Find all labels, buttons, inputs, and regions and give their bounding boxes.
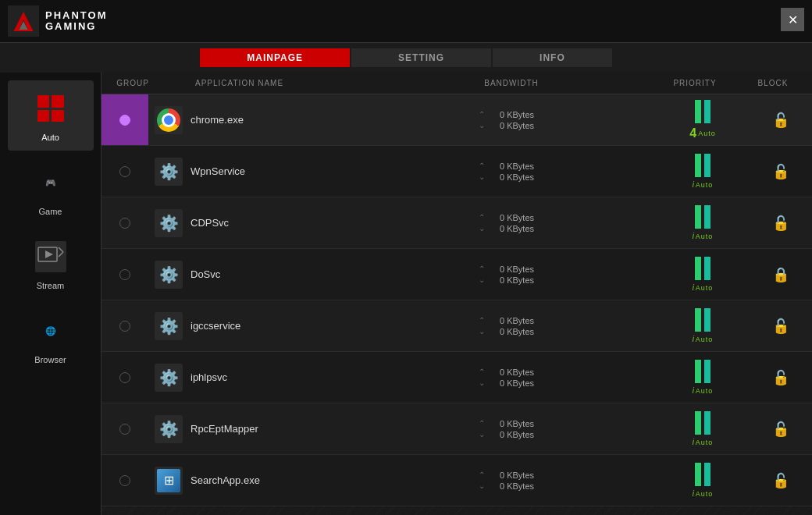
bw-up-value: 0 KBytes bbox=[490, 419, 544, 428]
group-dot bbox=[119, 424, 130, 435]
lock-icon: 🔒 bbox=[772, 266, 789, 283]
priority-i-icon: i bbox=[693, 438, 694, 446]
priority-bar-green bbox=[695, 411, 701, 435]
priority-label-row: i Auto bbox=[693, 335, 714, 343]
bw-down-value: 0 KBytes bbox=[490, 121, 544, 130]
app-name-cell: ⚙️ WpnService bbox=[148, 153, 367, 190]
nav-tabs: MainPage SETTING INFO bbox=[0, 43, 812, 73]
bw-up-row: ⌃ 0 KBytes bbox=[373, 162, 650, 171]
priority-label-row: i Auto bbox=[693, 283, 714, 292]
bw-up-row: ⌃ 0 KBytes bbox=[373, 368, 650, 377]
priority-cell: i Auto bbox=[656, 205, 750, 240]
arrow-up-icon: ⌃ bbox=[479, 265, 485, 273]
priority-bar-teal bbox=[704, 308, 710, 332]
arrow-down-icon: ⌄ bbox=[479, 430, 485, 439]
lock-icon: 🔓 bbox=[772, 472, 789, 489]
block-cell: 🔓 bbox=[750, 421, 812, 438]
sidebar-item-browser[interactable]: 🌐 Browser bbox=[8, 303, 94, 373]
lock-icon: 🔓 bbox=[772, 421, 789, 438]
priority-bars bbox=[695, 463, 710, 486]
app-name-cell: ⊞ SearchApp.exe bbox=[148, 462, 367, 499]
logo-area: PHANTOM GAMING bbox=[8, 5, 107, 37]
bw-up-row: ⌃ 0 KBytes bbox=[373, 265, 650, 274]
tab-info[interactable]: INFO bbox=[493, 48, 612, 67]
auto-icon bbox=[31, 89, 70, 128]
arrow-up-icon: ⌃ bbox=[479, 368, 485, 376]
bw-down-value: 0 KBytes bbox=[490, 275, 544, 285]
tab-setting[interactable]: SETTING bbox=[351, 48, 491, 67]
priority-bar-green bbox=[695, 154, 701, 177]
service-icon: ⚙️ bbox=[157, 211, 180, 235]
gamepad-icon: 🎮 bbox=[45, 178, 56, 188]
priority-label-text: Auto bbox=[696, 336, 714, 343]
priority-label-row: i Auto bbox=[693, 489, 714, 498]
arrow-up-icon: ⌃ bbox=[479, 316, 485, 325]
app-icon-chrome bbox=[155, 106, 183, 134]
bw-down-value: 0 KBytes bbox=[490, 172, 544, 182]
table-row: chrome.exe ⌃ 0 KBytes ⌄ 0 KBytes bbox=[102, 94, 812, 146]
block-cell: 🔒 bbox=[750, 266, 812, 283]
main-layout: Auto 🎮 Game Stream bbox=[0, 73, 812, 515]
priority-i-icon: i bbox=[693, 489, 694, 498]
table-row: ⚙️ igccservice ⌃ 0 KBytes ⌄ 0 KBytes bbox=[102, 300, 812, 352]
close-button[interactable]: ✕ bbox=[781, 8, 804, 31]
priority-bars bbox=[695, 154, 710, 177]
bw-up-value: 0 KBytes bbox=[490, 265, 544, 274]
bandwidth-cell: ⌃ 0 KBytes ⌄ 0 KBytes bbox=[367, 313, 656, 339]
bandwidth-cell: ⌃ 0 KBytes ⌄ 0 KBytes bbox=[367, 107, 656, 133]
sidebar-label-auto: Auto bbox=[41, 133, 59, 142]
priority-label-text: Auto bbox=[696, 181, 714, 189]
priority-bar-teal bbox=[704, 463, 710, 486]
col-group: GROUP bbox=[109, 79, 156, 87]
priority-label-text: Auto bbox=[696, 439, 714, 446]
block-cell: 🔓 bbox=[750, 472, 812, 489]
bw-down-row: ⌄ 0 KBytes bbox=[373, 121, 650, 130]
priority-cell: i Auto bbox=[656, 360, 750, 395]
app-name-cell: ⚙️ DoSvc bbox=[148, 256, 367, 293]
app-name-label: CDPSvc bbox=[191, 217, 229, 229]
logo-text: PHANTOM GAMING bbox=[45, 10, 107, 33]
arrow-up-icon: ⌃ bbox=[479, 471, 485, 479]
svg-rect-4 bbox=[35, 241, 66, 272]
bw-down-row: ⌄ 0 KBytes bbox=[373, 275, 650, 285]
priority-cell: 4 Auto bbox=[656, 100, 750, 140]
priority-bar-teal bbox=[704, 154, 710, 177]
app-icon-service: ⚙️ bbox=[155, 209, 183, 237]
sidebar-label-browser: Browser bbox=[34, 355, 66, 364]
group-dot bbox=[119, 166, 130, 177]
content-area: GROUP APPLICATION NAME BANDWIDTH PRIORIT… bbox=[102, 73, 812, 515]
priority-cell: i Auto bbox=[656, 411, 750, 446]
priority-label-text: Auto bbox=[696, 490, 714, 498]
sidebar-item-game[interactable]: 🎮 Game bbox=[8, 154, 94, 225]
priority-bar-green bbox=[695, 463, 701, 486]
arrow-down-icon: ⌄ bbox=[479, 378, 485, 387]
group-cell bbox=[102, 300, 148, 351]
group-dot bbox=[119, 218, 130, 229]
priority-i-icon: i bbox=[693, 386, 694, 395]
priority-label-row: i Auto bbox=[693, 232, 714, 240]
service-icon: ⚙️ bbox=[157, 366, 180, 389]
priority-label-row: i Auto bbox=[693, 438, 714, 446]
bw-down-row: ⌄ 0 KBytes bbox=[373, 327, 650, 336]
group-dot-purple bbox=[119, 115, 130, 126]
priority-label-text: Auto bbox=[696, 233, 714, 240]
app-icon-service: ⚙️ bbox=[155, 158, 183, 186]
arrow-down-icon: ⌄ bbox=[479, 275, 485, 284]
sidebar-item-stream[interactable]: Stream bbox=[8, 229, 94, 299]
table-row: ⚙️ CDPSvc ⌃ 0 KBytes ⌄ 0 KBytes bbox=[102, 197, 812, 249]
app-icon-service: ⚙️ bbox=[155, 415, 183, 443]
auto-icon-box bbox=[31, 89, 70, 128]
sidebar-item-auto[interactable]: Auto bbox=[8, 80, 94, 151]
priority-bar-teal bbox=[704, 360, 710, 383]
tab-mainpage[interactable]: MainPage bbox=[200, 48, 350, 67]
app-name-cell: chrome.exe bbox=[148, 101, 367, 139]
priority-bars bbox=[695, 100, 710, 123]
group-dot bbox=[119, 321, 130, 332]
lock-icon: 🔓 bbox=[772, 215, 789, 232]
app-name-label: SearchApp.exe bbox=[191, 474, 260, 486]
bw-down-value: 0 KBytes bbox=[490, 430, 544, 439]
group-dot bbox=[119, 475, 130, 486]
arrow-down-icon: ⌄ bbox=[479, 327, 485, 336]
priority-cell: i Auto bbox=[656, 463, 750, 498]
arrow-up-icon: ⌃ bbox=[479, 162, 485, 170]
